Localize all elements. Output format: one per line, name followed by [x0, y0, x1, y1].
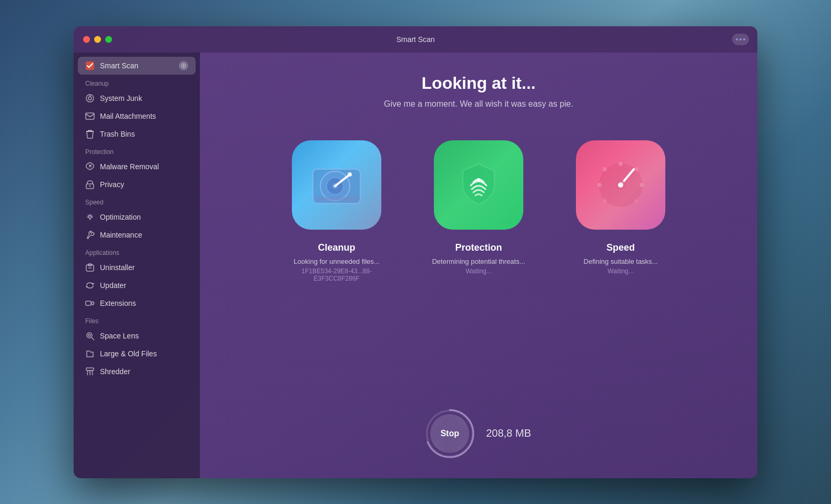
- privacy-label: Privacy: [100, 180, 124, 189]
- sidebar-item-space-lens[interactable]: Space Lens: [78, 327, 196, 345]
- scan-heading: Looking at it...: [422, 74, 536, 93]
- traffic-lights: [83, 36, 112, 43]
- window-title: Smart Scan: [396, 35, 434, 44]
- sidebar-item-malware-removal[interactable]: Malware Removal: [78, 158, 196, 176]
- uninstaller-icon: [85, 263, 95, 272]
- system-junk-label: System Junk: [100, 94, 142, 102]
- extensions-icon: [85, 299, 95, 308]
- svg-rect-28: [86, 368, 94, 371]
- svg-line-31: [92, 371, 93, 375]
- app-window: Smart Scan Smart Scan: [74, 26, 757, 478]
- svg-point-47: [635, 199, 638, 202]
- sidebar-item-system-junk[interactable]: System Junk: [78, 89, 196, 107]
- speed-card: Speed Defining suitable tasks... Waiting…: [563, 140, 678, 282]
- svg-line-29: [87, 371, 88, 375]
- system-junk-icon: [85, 94, 95, 103]
- svg-point-13: [89, 185, 91, 187]
- svg-point-50: [618, 182, 623, 188]
- maintenance-icon: [85, 230, 95, 240]
- svg-point-41: [597, 183, 602, 187]
- protection-card: Protection Determining potential threats…: [421, 140, 536, 282]
- scan-size-display: 208,8 MB: [486, 427, 531, 439]
- smart-scan-badge: [179, 61, 188, 70]
- sidebar-item-trash-bins[interactable]: Trash Bins: [78, 125, 196, 143]
- sidebar-item-mail-attachments[interactable]: Mail Attachments: [78, 107, 196, 125]
- large-old-files-label: Large & Old Files: [100, 349, 157, 358]
- speed-card-title: Speed: [606, 242, 635, 253]
- sidebar-item-uninstaller[interactable]: Uninstaller: [78, 259, 196, 276]
- more-dot: [736, 38, 738, 40]
- svg-rect-5: [86, 113, 94, 119]
- svg-line-20: [91, 215, 92, 216]
- svg-rect-24: [86, 301, 91, 305]
- space-lens-icon: [85, 331, 95, 341]
- smart-scan-label: Smart Scan: [100, 61, 138, 70]
- scan-subheading: Give me a moment. We all wish it was eas…: [384, 99, 573, 109]
- more-options-button[interactable]: [732, 34, 749, 45]
- sidebar-item-shredder[interactable]: Shredder: [78, 363, 196, 380]
- optimization-label: Optimization: [100, 213, 141, 221]
- svg-point-42: [640, 183, 644, 187]
- svg-rect-38: [316, 197, 358, 201]
- applications-section-label: Applications: [74, 244, 200, 259]
- svg-line-26: [92, 337, 94, 340]
- svg-point-18: [89, 215, 92, 218]
- mail-attachments-label: Mail Attachments: [100, 112, 156, 120]
- mail-icon: [85, 111, 95, 121]
- stop-button[interactable]: Stop: [430, 414, 469, 453]
- sidebar-item-privacy[interactable]: Privacy: [78, 176, 196, 193]
- window-body: Smart Scan Cleanup: [74, 53, 757, 478]
- titlebar: Smart Scan: [74, 26, 757, 53]
- cleanup-section-label: Cleanup: [74, 75, 200, 89]
- close-button[interactable]: [83, 36, 90, 43]
- sidebar: Smart Scan Cleanup: [74, 53, 200, 478]
- trash-bins-label: Trash Bins: [100, 130, 135, 138]
- malware-icon: [85, 162, 95, 171]
- shredder-icon: [85, 367, 95, 376]
- maintenance-label: Maintenance: [100, 231, 142, 239]
- svg-point-45: [634, 167, 639, 171]
- protection-icon: [434, 140, 523, 230]
- stop-button-wrapper: Stop: [426, 410, 473, 457]
- svg-line-19: [88, 215, 89, 216]
- updater-icon: [85, 281, 95, 290]
- speed-section-label: Speed: [74, 193, 200, 208]
- speed-icon: [576, 140, 665, 230]
- extensions-label: Extensions: [100, 299, 136, 307]
- space-lens-label: Space Lens: [100, 332, 139, 340]
- minimize-button[interactable]: [94, 36, 101, 43]
- maximize-button[interactable]: [105, 36, 112, 43]
- sidebar-item-smart-scan[interactable]: Smart Scan: [78, 57, 196, 75]
- smart-scan-icon: [85, 61, 95, 70]
- files-section-label: Files: [74, 312, 200, 327]
- protection-card-status: Determining potential threats...: [432, 258, 525, 265]
- sidebar-item-maintenance[interactable]: Maintenance: [78, 226, 196, 244]
- more-dot: [743, 38, 745, 40]
- protection-section-label: Protection: [74, 143, 200, 158]
- protection-card-title: Protection: [455, 242, 502, 253]
- svg-point-25: [87, 333, 92, 338]
- sidebar-item-extensions[interactable]: Extensions: [78, 294, 196, 312]
- protection-card-detail: Waiting...: [465, 268, 492, 275]
- more-dot: [739, 38, 742, 40]
- svg-point-44: [603, 167, 607, 171]
- cleanup-card: Cleanup Looking for unneeded files... 1F…: [279, 140, 394, 282]
- sidebar-item-large-old-files[interactable]: Large & Old Files: [78, 345, 196, 363]
- sidebar-item-optimization[interactable]: Optimization: [78, 208, 196, 226]
- svg-point-39: [477, 178, 480, 181]
- svg-point-37: [348, 172, 352, 177]
- svg-point-3: [88, 97, 92, 100]
- uninstaller-label: Uninstaller: [100, 263, 135, 272]
- malware-removal-label: Malware Removal: [100, 162, 159, 171]
- large-files-icon: [85, 349, 95, 358]
- sidebar-item-updater[interactable]: Updater: [78, 276, 196, 294]
- svg-point-43: [619, 162, 623, 166]
- cleanup-icon: [292, 140, 381, 230]
- optimization-icon: [85, 212, 95, 222]
- trash-icon: [85, 129, 95, 139]
- cleanup-card-detail: 1F1BE534-29E8-43...88-E3F3CC8F286F: [279, 268, 394, 282]
- svg-point-46: [603, 199, 606, 202]
- svg-point-27: [88, 334, 90, 336]
- privacy-icon: [85, 180, 95, 189]
- cleanup-card-status: Looking for unneeded files...: [293, 258, 379, 265]
